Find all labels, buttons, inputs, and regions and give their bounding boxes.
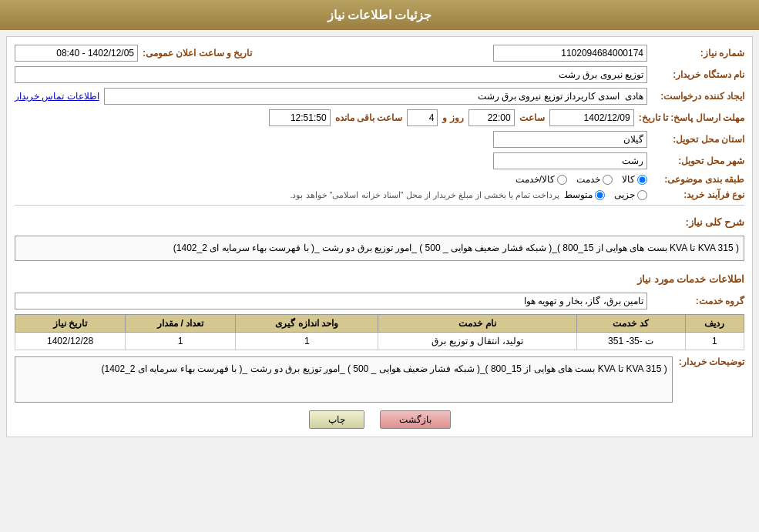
deadline-time-input[interactable]: [468, 109, 515, 126]
general-desc-section-label: شرح کلی نیاز:: [685, 216, 744, 228]
category-label: طبقه بندی موضوعی:: [652, 174, 744, 185]
buyer-org-row: نام دستگاه خریدار:: [15, 66, 744, 83]
general-desc-box: ( KVA 315 تا KVA بست های هوایی از 15_800…: [15, 236, 744, 261]
service-group-input[interactable]: [15, 293, 647, 309]
services-section-title-row: اطلاعات خدمات مورد نیاز: [15, 267, 744, 288]
cell-row: 1: [685, 333, 744, 350]
content-area: شماره نیاز: تاریخ و ساعت اعلان عمومی: نا…: [6, 36, 753, 437]
announce-label: تاریخ و ساعت اعلان عمومی:: [143, 48, 252, 59]
general-desc-label-row: شرح کلی نیاز:: [15, 210, 744, 231]
col-header-code: کد خدمت: [576, 315, 685, 333]
col-header-row: ردیف: [685, 315, 744, 333]
deadline-remaining-input[interactable]: [269, 109, 331, 126]
purchase-type-label: نوع فرآیند خرید:: [652, 189, 744, 200]
back-button[interactable]: بازگشت: [380, 410, 451, 429]
creator-row: ایجاد کننده درخواست: اطلاعات تماس خریدار: [15, 88, 744, 105]
deadline-remaining-label: ساعت باقی مانده: [335, 112, 403, 123]
purchase-type-medium-radio[interactable]: [595, 190, 605, 200]
table-row: 1 ت -35- 351 تولید، انتقال و توزیع برق 1…: [15, 333, 744, 350]
buyer-org-input[interactable]: [15, 66, 647, 83]
buyer-notes-section: توضیحات خریدار: ( KVA 315 تا KVA بست های…: [15, 356, 744, 403]
services-section-title: اطلاعات خدمات مورد نیاز: [637, 273, 744, 285]
buyer-notes-box: ( KVA 315 تا KVA بست های هوایی از 15_800…: [15, 356, 673, 403]
cell-qty: 1: [126, 333, 236, 350]
deadline-days-label: روز و: [442, 112, 463, 123]
category-both-radio[interactable]: [557, 175, 567, 185]
deadline-time-label: ساعت: [519, 112, 545, 123]
services-table: ردیف کد خدمت نام خدمت واحد اندازه گیری ت…: [15, 314, 744, 350]
col-header-qty: تعداد / مقدار: [126, 315, 236, 333]
cell-unit: 1: [236, 333, 378, 350]
col-header-date: تاریخ نیاز: [15, 315, 126, 333]
buyer-notes-text: ( KVA 315 تا KVA بست های هوایی از 15_800…: [101, 363, 667, 374]
announce-input[interactable]: [15, 45, 138, 62]
deadline-row: مهلت ارسال پاسخ: تا تاریخ: ساعت روز و سا…: [15, 109, 744, 126]
category-both-item: کالا/خدمت: [516, 174, 567, 185]
cell-name: تولید، انتقال و توزیع برق: [378, 333, 576, 350]
buyer-contact-link[interactable]: اطلاعات تماس خریدار: [15, 91, 99, 102]
category-goods-radio[interactable]: [637, 175, 647, 185]
category-service-label: خدمت: [576, 174, 600, 185]
page-title: جزئیات اطلاعات نیاز: [327, 8, 432, 22]
col-header-name: نام خدمت: [378, 315, 576, 333]
need-number-input[interactable]: [493, 45, 647, 62]
cell-code: ت -35- 351: [576, 333, 685, 350]
divider-1: [15, 205, 744, 206]
purchase-type-medium-label: متوسط: [564, 189, 593, 200]
category-service-radio[interactable]: [603, 175, 613, 185]
creator-label: ایجاد کننده درخواست:: [652, 91, 744, 102]
city-label: شهر محل تحویل:: [652, 156, 744, 166]
cell-date: 1402/12/28: [15, 333, 126, 350]
buyer-org-label: نام دستگاه خریدار:: [652, 69, 744, 80]
category-service-item: خدمت: [576, 174, 613, 185]
deadline-date-input[interactable]: [549, 109, 634, 126]
province-row: استان محل تحویل:: [15, 131, 744, 148]
need-number-label: شماره نیاز:: [652, 48, 744, 59]
category-radio-group: کالا خدمت کالا/خدمت: [516, 174, 647, 185]
deadline-days-input[interactable]: [407, 109, 438, 126]
need-number-row: شماره نیاز: تاریخ و ساعت اعلان عمومی:: [15, 45, 744, 62]
button-row: بازگشت چاپ: [15, 410, 744, 429]
purchase-type-radio-group: جزیی متوسط: [564, 189, 647, 200]
province-label: استان محل تحویل:: [652, 134, 744, 145]
purchase-type-partial-radio[interactable]: [637, 190, 647, 200]
city-input[interactable]: [493, 152, 647, 169]
purchase-type-medium-item: متوسط: [564, 189, 605, 200]
category-goods-label: کالا: [622, 174, 635, 185]
page-header: جزئیات اطلاعات نیاز: [0, 0, 759, 30]
category-row: طبقه بندی موضوعی: کالا خدمت کالا/خدمت: [15, 174, 744, 185]
city-row: شهر محل تحویل:: [15, 152, 744, 169]
creator-input[interactable]: [104, 88, 647, 105]
service-group-row: گروه خدمت:: [15, 293, 744, 309]
purchase-type-partial-item: جزیی: [614, 189, 647, 200]
purchase-type-partial-label: جزیی: [614, 189, 635, 200]
print-button[interactable]: چاپ: [309, 410, 364, 429]
purchase-type-note: پرداخت تمام یا بخشی از مبلغ خریدار از مح…: [290, 190, 559, 200]
general-desc-text: ( KVA 315 تا KVA بست های هوایی از 15_800…: [173, 243, 739, 253]
deadline-label: مهلت ارسال پاسخ: تا تاریخ:: [639, 112, 744, 123]
purchase-type-row: نوع فرآیند خرید: جزیی متوسط پرداخت تمام …: [15, 189, 744, 200]
category-goods-item: کالا: [622, 174, 647, 185]
category-both-label: کالا/خدمت: [516, 174, 555, 185]
col-header-unit: واحد اندازه گیری: [236, 315, 378, 333]
province-input[interactable]: [493, 131, 647, 148]
buyer-notes-label: توضیحات خریدار:: [679, 356, 744, 403]
service-group-label: گروه خدمت:: [652, 296, 744, 306]
